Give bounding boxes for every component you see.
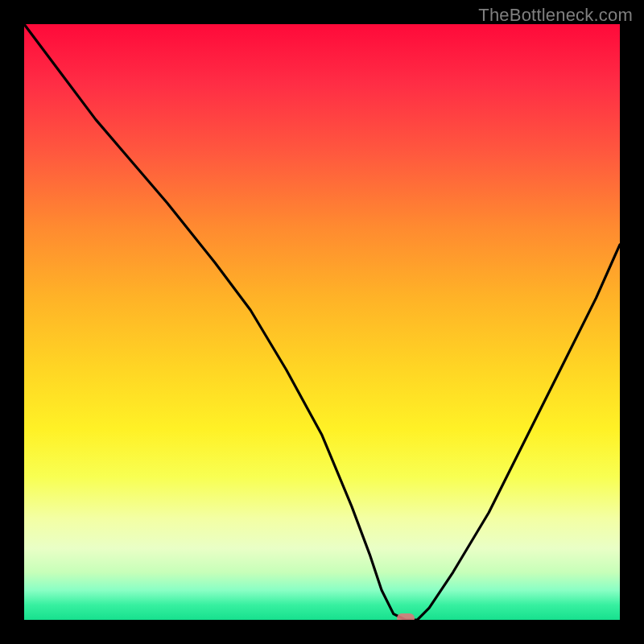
curve-svg [24, 24, 620, 620]
bottleneck-curve-path [24, 24, 620, 620]
chart-stage: TheBottleneck.com [0, 0, 644, 644]
plot-area [24, 24, 620, 620]
optimal-marker [397, 613, 415, 620]
watermark-text: TheBottleneck.com [478, 5, 633, 26]
